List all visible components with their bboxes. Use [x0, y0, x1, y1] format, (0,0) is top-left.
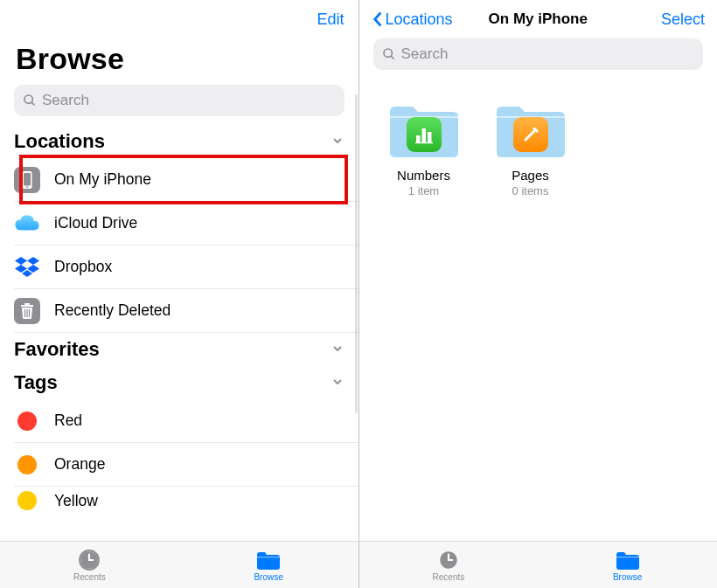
svg-rect-27: [428, 132, 432, 142]
svg-marker-10: [22, 270, 32, 277]
svg-marker-7: [27, 257, 39, 265]
select-button[interactable]: Select: [661, 10, 705, 29]
svg-point-5: [26, 186, 28, 188]
folder-pane: Locations On My iPhone Select Numbers 1 …: [359, 0, 718, 588]
search-icon: [23, 93, 37, 107]
tab-recents[interactable]: Recents: [359, 542, 539, 588]
svg-rect-12: [21, 305, 33, 307]
search-input-right[interactable]: [401, 45, 695, 63]
browse-pane: Edit Browse Locations On My iPhone iClo: [0, 0, 358, 588]
tag-orange[interactable]: Orange: [14, 443, 358, 487]
location-label: Dropbox: [54, 258, 112, 276]
svg-marker-6: [15, 257, 27, 265]
scroll-indicator: [355, 94, 358, 413]
tag-dot-icon: [17, 412, 37, 431]
folder-icon: [255, 549, 282, 571]
folder-grid: Numbers 1 item Pages 0 items: [359, 79, 718, 218]
folder-subtitle: 1 item: [380, 184, 468, 197]
clock-icon: [437, 549, 460, 571]
back-button[interactable]: Locations: [372, 10, 453, 29]
clock-icon: [78, 549, 101, 571]
locations-header[interactable]: Locations: [0, 125, 358, 158]
location-on-my-iphone[interactable]: On My iPhone: [14, 158, 358, 202]
numbers-app-icon: [414, 124, 435, 145]
tags-title: Tags: [14, 371, 58, 394]
search-icon: [382, 47, 396, 61]
tab-browse[interactable]: Browse: [538, 542, 717, 588]
svg-rect-22: [257, 557, 280, 557]
tag-label: Orange: [54, 455, 105, 474]
svg-rect-4: [24, 173, 31, 186]
folder-name: Numbers: [380, 168, 468, 183]
locations-title: Locations: [14, 130, 105, 153]
tab-label: Recents: [433, 572, 465, 582]
svg-line-24: [391, 56, 393, 59]
tags-list: Red Orange Yellow: [0, 399, 358, 515]
location-label: On My iPhone: [54, 170, 151, 189]
chevron-down-icon: [331, 338, 345, 361]
tag-label: Yellow: [54, 492, 98, 510]
svg-rect-25: [416, 135, 421, 142]
tag-red[interactable]: Red: [14, 399, 358, 443]
location-label: Recently Deleted: [54, 301, 171, 320]
tag-dot-icon: [17, 491, 37, 510]
tab-bar-left: Recents Browse: [0, 541, 358, 588]
tag-label: Red: [54, 412, 82, 430]
svg-rect-33: [616, 557, 639, 557]
folder-icon: [493, 100, 568, 161]
tab-bar-right: Recents Browse: [359, 541, 718, 588]
location-dropbox[interactable]: Dropbox: [14, 246, 358, 289]
location-label: iCloud Drive: [54, 214, 137, 232]
location-recently-deleted[interactable]: Recently Deleted: [14, 289, 358, 333]
left-nav-bar: Edit: [0, 0, 358, 38]
tab-recents[interactable]: Recents: [0, 542, 179, 588]
cloud-icon: [14, 211, 40, 237]
back-label: Locations: [386, 10, 453, 29]
svg-line-1: [31, 102, 34, 105]
favorites-header[interactable]: Favorites: [0, 333, 358, 366]
locations-list: On My iPhone iCloud Drive Dropbox Recent…: [0, 158, 358, 333]
svg-point-23: [384, 49, 392, 57]
tag-dot-icon: [17, 455, 37, 474]
search-field-left[interactable]: [14, 85, 345, 116]
folder-subtitle: 0 items: [487, 184, 574, 197]
tags-header[interactable]: Tags: [0, 366, 358, 399]
chevron-left-icon: [372, 10, 384, 28]
trash-icon: [14, 298, 40, 324]
tab-label: Browse: [254, 572, 282, 582]
pages-app-icon: [520, 124, 541, 145]
folder-pages[interactable]: Pages 0 items: [487, 100, 574, 197]
chevron-down-icon: [331, 371, 345, 394]
tab-label: Browse: [613, 572, 642, 582]
page-title: Browse: [0, 38, 358, 85]
folder-icon: [386, 100, 462, 161]
iphone-icon: [14, 167, 40, 193]
location-icloud-drive[interactable]: iCloud Drive: [14, 202, 358, 246]
svg-rect-16: [24, 303, 30, 305]
dropbox-icon: [14, 254, 40, 280]
tab-browse[interactable]: Browse: [179, 542, 358, 588]
search-field-right[interactable]: [373, 38, 704, 70]
right-nav-bar: Locations On My iPhone Select: [359, 0, 718, 38]
tab-label: Recents: [73, 572, 106, 582]
edit-button[interactable]: Edit: [317, 10, 344, 29]
chevron-down-icon: [331, 130, 345, 153]
favorites-title: Favorites: [14, 338, 100, 361]
folder-numbers[interactable]: Numbers 1 item: [380, 100, 468, 197]
tag-yellow[interactable]: Yellow: [14, 487, 358, 515]
svg-rect-26: [421, 128, 426, 142]
search-input-left[interactable]: [42, 92, 336, 109]
svg-point-0: [24, 95, 32, 103]
folder-name: Pages: [487, 168, 574, 183]
folder-icon: [615, 549, 641, 571]
